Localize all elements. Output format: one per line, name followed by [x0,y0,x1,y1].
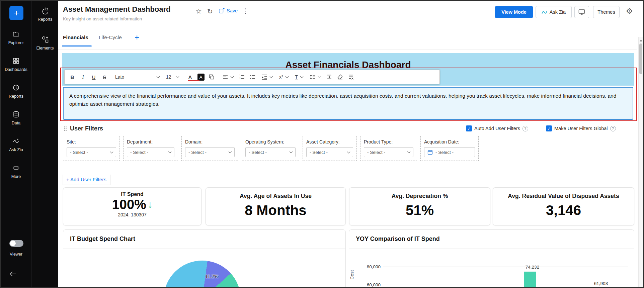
product-type-select[interactable]: - Select - [364,147,413,157]
sidebar-item-explorer[interactable]: Explorer [1,30,31,45]
line-spacing-dropdown[interactable] [307,72,324,82]
kpi-title: Avg. Age of Assets In Use [240,193,312,200]
kpi-card-avg-age[interactable]: Avg. Age of Assets In Use 8 Months [206,187,346,225]
chevron-down-icon [300,75,303,78]
panel-item-elements[interactable]: Elements [32,35,58,51]
settings-gear-icon[interactable]: ⚙ [626,7,633,16]
add-tab-button[interactable]: + [135,33,139,42]
user-filters-title: User Filters [70,125,103,132]
kpi-card-it-spend[interactable]: IT Spend 100% ↓ 2024: 130307 [63,187,202,225]
chevron-down-icon [270,75,273,78]
kpi-value: 3,146 [546,202,581,218]
text-color-button[interactable]: A [185,72,195,82]
bar-value-label: 61,903 [587,281,615,286]
domain-select[interactable]: - Select - [185,147,235,157]
unordered-list-button[interactable] [248,72,258,82]
clear-format-button[interactable] [335,72,345,82]
underline-button[interactable]: U [89,72,99,82]
filter-label: Department: [127,139,174,145]
acquisition-date-picker[interactable]: - Select - [424,147,475,157]
page-subtitle: Key insight on asset related information [63,16,142,21]
tab-life-cycle[interactable]: Life-Cycle [99,34,122,40]
department-select[interactable]: - Select - [127,147,174,157]
remove-style-button[interactable] [346,72,356,82]
widget-yoy-it-spend-chart[interactable]: YOY Comparison of IT Spend [349,229,634,288]
filter-label: Acquisition Date: [424,139,475,145]
themes-button[interactable]: Themes [593,6,620,18]
filter-field-domain: Domain: - Select - [181,136,238,161]
operating-system-select[interactable]: - Select - [245,147,296,157]
chevron-down-icon [231,75,234,78]
chevron-down-icon [347,150,350,153]
italic-button[interactable]: I [78,72,88,82]
view-mode-button[interactable]: View Mode [495,6,533,18]
canvas-divider [58,50,637,50]
sidebar-item-more[interactable]: More [1,164,31,179]
drag-handle-icon[interactable] [64,126,67,131]
favorite-star-icon[interactable]: ☆ [195,7,202,15]
ask-zia-button[interactable]: Ask Zia [536,6,572,18]
filter-field-acquisition-date: Acquisition Date: - Select - [420,136,479,161]
sidebar-item-data[interactable]: Data [1,110,31,125]
tab-financials[interactable]: Financials [63,34,88,40]
chevron-down-icon [290,150,293,153]
checkbox-label: Make User Filters Global [554,126,608,131]
highlight-color-glyph: A [197,74,205,81]
fill-color-button[interactable] [207,72,217,82]
font-size-value: 12 [166,74,171,80]
add-user-filters-link[interactable]: + Add User Filters [63,175,110,185]
sidebar-item-dashboards[interactable]: Dashboards [1,57,31,72]
paragraph-spacing-button[interactable] [324,72,334,82]
vertical-scrollbar-track[interactable] [638,37,643,287]
font-family-dropdown[interactable]: Lato [112,72,162,82]
indent-dropdown[interactable] [258,72,275,82]
collapse-sidebar-icon[interactable] [9,271,17,277]
help-icon[interactable]: ? [522,126,528,131]
select-value: - Select - [188,150,207,155]
refresh-icon[interactable]: ↻ [207,7,213,15]
kpi-card-avg-residual-value[interactable]: Avg. Residual Value of Disposed Assets 3… [493,187,634,225]
chevron-down-icon [407,150,411,153]
kpi-title: Avg. Depreciation % [392,193,448,200]
kebab-menu-icon[interactable]: ⋮ [242,7,249,15]
bold-button[interactable]: B [67,72,77,82]
auto-add-user-filters-checkbox[interactable]: ✓ Auto Add User Filters ? [466,125,528,131]
save-button[interactable]: Save [219,8,238,14]
font-size-dropdown[interactable]: 12 [163,72,182,82]
checkbox-checked-icon: ✓ [546,125,552,131]
description-text-editor[interactable]: A comprehensive view of the financial pe… [63,87,633,120]
panel-item-label: Reports [38,17,53,22]
sidebar-item-label: Dashboards [5,67,27,72]
presentation-button[interactable] [574,6,589,18]
checkbox-label: Auto Add User Filters [474,126,520,131]
help-icon[interactable]: ? [610,126,616,131]
sidebar-item-label: Explorer [8,40,24,45]
eraser-icon [337,74,343,80]
sidebar-item-ask-zia[interactable]: Ask Zia [1,137,31,152]
strikethrough-button[interactable]: S [99,72,109,82]
kpi-value: 51% [406,202,434,218]
filter-field-site: Site: - Select - [63,136,120,161]
site-select[interactable]: - Select - [67,147,116,157]
kpi-footer: 2024: 130307 [118,212,147,217]
vertical-scrollbar-thumb[interactable] [639,43,642,74]
make-user-filters-global-checkbox[interactable]: ✓ Make User Filters Global ? [546,125,616,131]
filter-label: Domain: [185,139,235,145]
superscript-dropdown[interactable]: x² [276,72,291,82]
fill-color-icon [209,74,215,80]
panel-item-reports[interactable]: Reports [32,7,58,22]
align-dropdown[interactable] [219,72,236,82]
trend-down-arrow-icon: ↓ [148,200,153,209]
chart-title: YOY Comparison of IT Spend [356,235,440,243]
create-new-button[interactable]: + [9,6,23,20]
more-ellipsis-icon [12,164,20,172]
scrollbar-up-arrow[interactable] [640,39,642,41]
filter-label: Product Type: [364,139,413,145]
kpi-card-avg-depreciation[interactable]: Avg. Depreciation % 51% [349,187,490,225]
asset-category-select[interactable]: - Select - [306,147,353,157]
viewer-mode-toggle[interactable] [9,240,23,247]
ordered-list-button[interactable]: 12 [237,72,247,82]
svg-text:1: 1 [239,74,241,77]
sidebar-item-reports[interactable]: Reports [1,84,31,99]
text-transform-dropdown[interactable]: T [292,72,306,82]
